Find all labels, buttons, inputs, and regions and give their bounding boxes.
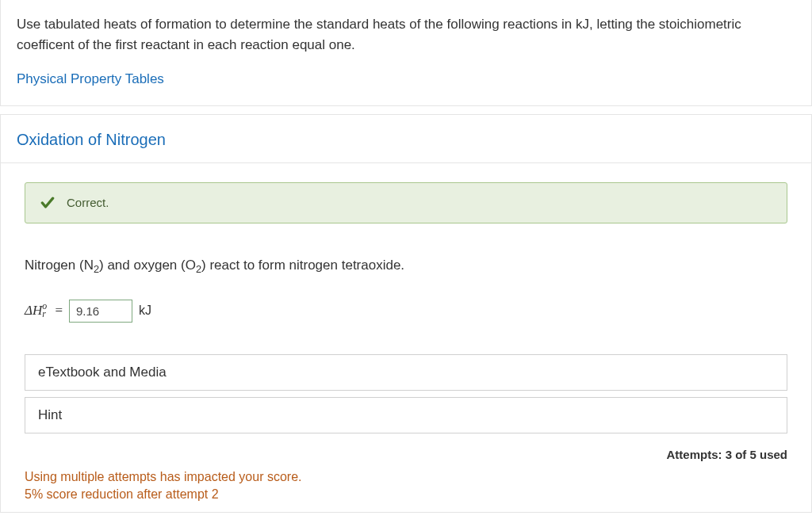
warning-line-2: 5% score reduction after attempt 2: [25, 486, 787, 503]
attempts-row: Attempts: 3 of 5 used: [25, 440, 787, 469]
property-tables-link[interactable]: Physical Property Tables: [17, 71, 164, 86]
feedback-text: Correct.: [67, 194, 109, 212]
feedback-banner: Correct.: [25, 182, 787, 224]
question-block: Use tabulated heats of formation to dete…: [0, 0, 812, 106]
prompt-text-1: Nitrogen (N: [25, 258, 94, 273]
score-warning: Using multiple attempts has impacted you…: [25, 468, 787, 504]
etextbook-button[interactable]: eTextbook and Media: [25, 354, 787, 391]
subscript-2: 2: [196, 263, 201, 275]
unit-label: kJ: [139, 301, 151, 320]
hint-button[interactable]: Hint: [25, 397, 787, 433]
warning-line-1: Using multiple attempts has impacted you…: [25, 468, 787, 486]
section-title-bar: Oxidation of Nitrogen: [0, 114, 812, 162]
part-block: Correct. Nitrogen (N2) and oxygen (O2) r…: [0, 162, 812, 513]
reaction-prompt: Nitrogen (N2) and oxygen (O2) react to f…: [25, 255, 787, 277]
question-instructions: Use tabulated heats of formation to dete…: [17, 14, 795, 55]
checkmark-icon: [40, 195, 56, 211]
delta-h-label: ΔHor =: [25, 300, 63, 321]
prompt-text-3: ) react to form nitrogen tetraoxide.: [201, 258, 404, 273]
answer-input[interactable]: [69, 300, 132, 323]
equals-sign: =: [52, 303, 63, 318]
subscript-1: 2: [94, 263, 99, 275]
prompt-text-2: ) and oxygen (O: [99, 258, 196, 273]
attempts-label: Attempts: 3 of 5 used: [666, 446, 787, 464]
section-title: Oxidation of Nitrogen: [17, 128, 795, 151]
answer-row: ΔHor = kJ: [25, 300, 787, 323]
